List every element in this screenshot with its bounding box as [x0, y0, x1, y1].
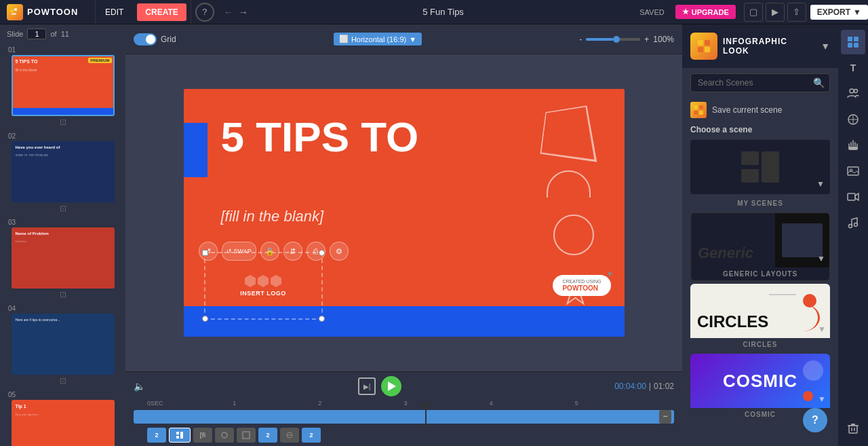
slide-thumb-2[interactable]: Have you ever heard of SOME OF THE PROBL…: [12, 141, 115, 202]
powtoon-badge-logo: POWTOON: [562, 284, 601, 292]
slide-num-3: 03: [8, 219, 16, 226]
timeline-controls: 🔈 ▶| 00:04:00 | 01:02: [125, 372, 682, 398]
slide-thumb-5[interactable]: Tip 1 Give your tips here...: [12, 400, 115, 446]
export-button[interactable]: EXPORT ▼: [810, 5, 868, 20]
clip-8[interactable]: 2: [302, 428, 321, 443]
share-icon-btn[interactable]: ⇧: [787, 3, 806, 22]
infographic-title: INFOGRAPHIC LOOK: [723, 37, 815, 56]
generic-title: Generic: [698, 244, 753, 262]
slide-canvas[interactable]: 5 TIPS TO [fill in the blank] ★ ↺ ↺ SWAP…: [184, 89, 625, 337]
export-chevron-icon: ▼: [853, 7, 861, 17]
grid-toggle[interactable]: Grid: [134, 33, 176, 45]
svg-rect-13: [705, 47, 710, 52]
sidebar-trash-icon[interactable]: [841, 416, 865, 441]
play-frame-button[interactable]: ▶|: [358, 377, 376, 395]
playhead: [425, 407, 427, 427]
sidebar-video-icon[interactable]: [841, 185, 865, 209]
clip-6[interactable]: 2: [258, 428, 277, 443]
handle-bl: [202, 316, 208, 322]
slide-item-2[interactable]: 02 Have you ever heard of SOME OF THE PR…: [5, 132, 120, 213]
timeline-bar-wrapper[interactable]: + −: [134, 410, 674, 424]
handle-br: [319, 316, 325, 322]
presentation-title: 5 Fun Tips: [254, 7, 633, 17]
clip-2-active[interactable]: [169, 428, 191, 443]
create-btn[interactable]: CREATE: [137, 3, 186, 21]
svg-rect-33: [848, 193, 855, 200]
grid-switch[interactable]: [134, 33, 157, 45]
redo-button[interactable]: →: [237, 5, 250, 19]
time-display: 00:04:00 | 01:02: [614, 382, 674, 391]
svg-rect-36: [849, 426, 857, 433]
svg-rect-5: [176, 436, 179, 439]
sidebar-music-icon[interactable]: [841, 210, 865, 235]
sidebar-scenes-icon[interactable]: [841, 30, 865, 54]
save-scene-button[interactable]: Save current scene: [682, 98, 838, 122]
slides-panel: Slide of 11 01 5 TIPS TO fill in the bla…: [0, 24, 125, 446]
clip-1[interactable]: 2: [147, 428, 166, 443]
aspect-ratio-button[interactable]: ⬜ Horizontal (16:9) ▼: [334, 33, 422, 45]
search-scenes-input[interactable]: [690, 73, 830, 92]
save-scene-icon: [690, 102, 707, 118]
volume-icon[interactable]: 🔈: [134, 381, 145, 392]
zoom-slider[interactable]: [586, 38, 640, 41]
slide-thumb-4[interactable]: Here are 4 tips to overcome...: [12, 314, 115, 375]
sidebar-hands-icon[interactable]: [841, 133, 865, 157]
search-wrapper: 🔍: [690, 73, 830, 92]
zoom-plus[interactable]: +: [644, 35, 649, 44]
slide-prefix: Slide: [7, 30, 23, 38]
collapse-scenes-icon[interactable]: ▼: [821, 41, 830, 52]
slide-duplicate-icon-4[interactable]: ⊡: [60, 376, 66, 386]
slide-item-3[interactable]: 03 Name of Problem Definition ⊡: [5, 219, 120, 299]
settings-icon[interactable]: ⚙: [330, 242, 349, 261]
sidebar-text-icon[interactable]: T: [841, 56, 865, 80]
upgrade-button[interactable]: ★ UPGRADE: [675, 5, 736, 19]
slide-duplicate-icon-2[interactable]: ⊡: [60, 204, 66, 213]
timeline-sub-button[interactable]: −: [659, 410, 671, 422]
aspect-chevron: ▼: [409, 35, 416, 43]
clip-4[interactable]: [215, 428, 234, 443]
play-icon-btn[interactable]: ▶: [766, 3, 785, 22]
slide-number-input[interactable]: [27, 29, 46, 39]
help-button[interactable]: ?: [195, 3, 214, 22]
clip-7[interactable]: [280, 428, 299, 443]
logo-text: POWTOON: [27, 7, 78, 17]
generic-layouts-card[interactable]: Generic ▼ GENERIC LAYOUTS: [690, 212, 830, 281]
svg-rect-0: [10, 10, 14, 12]
slide-duplicate-icon[interactable]: ⊡: [60, 117, 66, 127]
slide-thumb-3[interactable]: Name of Problem Definition: [12, 227, 115, 289]
sub-slide-text: [fill in the blank]: [221, 208, 324, 225]
clip-5[interactable]: [237, 428, 256, 443]
slide-item-4[interactable]: 04 Here are 4 tips to overcome... ⊡: [5, 305, 120, 386]
ruler-0: 0SEC: [147, 400, 233, 407]
play-main-button[interactable]: [381, 376, 401, 396]
scene-preview[interactable]: ▼: [690, 140, 830, 194]
slide-item-5[interactable]: 05 Tip 1 Give your tips here... ⊡: [5, 391, 120, 446]
ruler-2: 2: [318, 400, 403, 407]
slide-item-1[interactable]: 01 5 TIPS TO fill in the blank PREMIUM ⊡: [5, 46, 120, 127]
slide-thumb-1[interactable]: 5 TIPS TO fill in the blank PREMIUM: [12, 55, 115, 116]
slide-duplicate-icon-3[interactable]: ⊡: [60, 290, 66, 299]
sidebar-people-icon[interactable]: [841, 81, 865, 106]
monitor-icon-btn[interactable]: ▢: [744, 3, 763, 22]
slide-thumb-inner-4: Here are 4 tips to overcome...: [13, 315, 113, 373]
sidebar-objects-icon[interactable]: [841, 107, 865, 132]
edit-btn[interactable]: EDIT: [96, 0, 133, 24]
slide-num-4: 04: [8, 305, 16, 312]
sidebar-media-icon[interactable]: [841, 159, 865, 183]
svg-rect-23: [848, 43, 852, 48]
svg-rect-4: [180, 432, 183, 439]
ruler-4: 4: [490, 400, 575, 407]
circles-card-inner: CIRCLES ▼: [690, 284, 830, 338]
help-float-button[interactable]: ?: [803, 408, 827, 432]
logo-insert-label: INSERT LOGO: [240, 290, 286, 297]
slide-actions-1: ⊡: [60, 117, 66, 127]
circles-dropdown-icon: ▼: [818, 324, 826, 334]
logo-insert-area[interactable]: INSERT LOGO: [204, 252, 323, 320]
cosmic-card-inner: COSMIC ▼: [690, 354, 830, 408]
undo-button[interactable]: ←: [222, 5, 235, 19]
circles-card[interactable]: CIRCLES ▼ CIRCLES: [690, 284, 830, 351]
save-scene-label: Save current scene: [712, 105, 782, 115]
clip-3[interactable]: [fi: [193, 428, 212, 443]
timeline-bar: [134, 410, 674, 424]
zoom-minus[interactable]: -: [579, 35, 582, 44]
